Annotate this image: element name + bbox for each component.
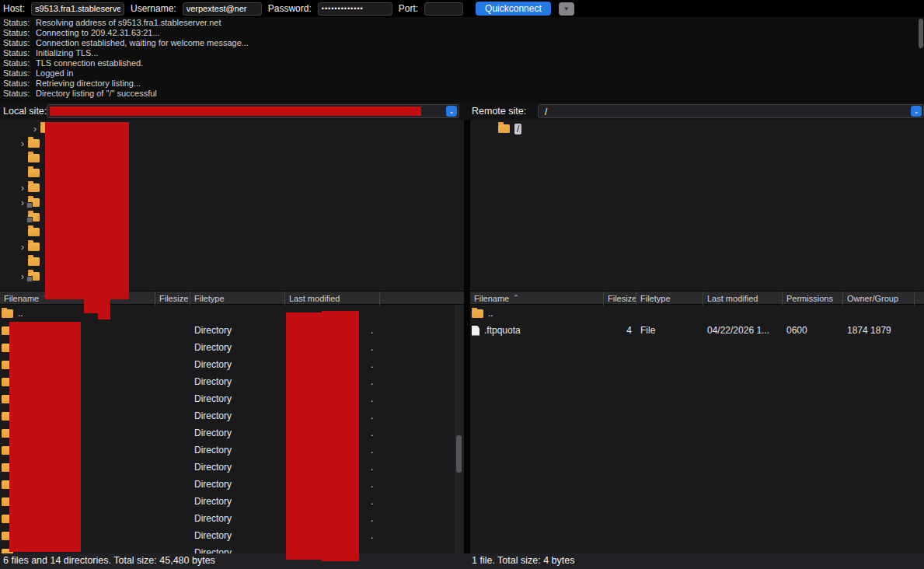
log-entry-text: Resolving address of s9513.fra1.stablese…	[32, 18, 221, 28]
tree-item-label: /	[514, 124, 521, 134]
filetype-cell: Directory	[190, 325, 285, 336]
host-input[interactable]	[31, 2, 124, 16]
column-header[interactable]: Filesize	[604, 291, 636, 305]
owner-group-cell: 1874 1879	[843, 325, 915, 336]
pane-divider[interactable]	[464, 120, 470, 553]
folder-icon	[28, 213, 40, 222]
column-header-label: Filesize	[159, 294, 188, 303]
log-scrollbar-thumb[interactable]	[919, 19, 923, 48]
permissions-cell: 0600	[783, 325, 843, 336]
column-header[interactable]: Filename⌃	[470, 291, 604, 305]
log-entry-type: Status:	[0, 68, 32, 79]
folder-icon	[472, 309, 483, 318]
log-entry: Status:Directory listing of "/" successf…	[0, 89, 924, 99]
folder-icon	[28, 139, 40, 148]
tree-item[interactable]: /	[470, 121, 924, 136]
folder-icon	[28, 228, 40, 236]
log-entry: Status:Logged in	[0, 68, 924, 79]
remote-site-combobox[interactable]: / ⌄	[538, 104, 924, 118]
expand-chevron-icon[interactable]: ›	[17, 243, 28, 252]
quickconnect-dropdown-icon[interactable]: ▾	[559, 2, 574, 16]
log-entry: Status:Resolving address of s9513.fra1.s…	[0, 18, 924, 28]
log-entry: Status:TLS connection established.	[0, 58, 924, 68]
column-header[interactable]: Filetype	[190, 291, 285, 305]
local-site-combobox[interactable]: ⌄	[47, 104, 459, 118]
column-header[interactable]: Last modified	[703, 291, 783, 305]
status-bar: 6 files and 14 directories. Total size: …	[0, 553, 924, 569]
column-header-label: Permissions	[786, 294, 833, 303]
column-header-label: Owner/Group	[847, 294, 898, 303]
column-header-label: Filesize	[608, 294, 636, 303]
folder-icon	[28, 272, 40, 281]
message-log: Status:Resolving address of s9513.fra1.s…	[0, 17, 924, 103]
column-header[interactable]: Permissions	[783, 291, 843, 305]
filetype-cell: Directory	[190, 496, 285, 507]
folder-icon	[28, 183, 40, 192]
filesize-cell: 4	[604, 325, 636, 336]
redaction-block	[84, 299, 110, 313]
chevron-down-icon[interactable]: ⌄	[911, 106, 922, 117]
site-bar: Local site: ⌄ Remote site: / ⌄	[0, 103, 924, 120]
filetype-cell: Directory	[190, 410, 285, 421]
filezilla-window: Host: Username: Password: Port: Quickcon…	[0, 0, 924, 569]
filename-label: ..	[488, 308, 493, 319]
column-header[interactable]: Filesize	[155, 291, 190, 305]
column-header-label: Filename	[4, 294, 39, 303]
column-header[interactable]: Owner/Group	[843, 291, 915, 305]
remote-site-value: /	[545, 106, 547, 117]
username-input[interactable]	[183, 2, 262, 16]
folder-icon	[28, 154, 40, 162]
folder-icon	[28, 243, 40, 251]
password-input[interactable]	[318, 2, 392, 16]
filename-label: ..	[18, 308, 23, 319]
column-header[interactable]: Last modified	[285, 291, 380, 305]
remote-status-text: 1 file. Total size: 4 bytes	[472, 555, 574, 566]
port-input[interactable]	[424, 2, 463, 16]
log-entry-type: Status:	[0, 18, 32, 28]
folder-icon	[28, 198, 40, 207]
column-header-filler	[915, 291, 924, 305]
log-entry: Status:Connecting to 209.42.31.63:21...	[0, 28, 924, 38]
local-list-scrollbar[interactable]	[455, 305, 464, 553]
host-label: Host:	[3, 3, 25, 14]
folder-icon	[498, 124, 510, 133]
file-row[interactable]: ..	[470, 305, 924, 322]
remote-file-list: ...ftpquota4File04/22/2026 1...06001874 …	[470, 305, 924, 553]
expand-chevron-icon[interactable]: ›	[17, 139, 28, 148]
filetype-cell: Directory	[190, 445, 285, 456]
port-label: Port:	[399, 3, 418, 14]
remote-list-header: Filename⌃FilesizeFiletypeLast modifiedPe…	[470, 291, 924, 305]
column-header[interactable]: Filetype	[636, 291, 703, 305]
folder-icon	[28, 169, 40, 177]
sort-ascending-icon: ⌃	[513, 294, 519, 302]
log-entry-text: Logged in	[32, 68, 73, 79]
log-entry-type: Status:	[0, 79, 32, 89]
scrollbar-thumb[interactable]	[456, 435, 462, 473]
filetype-cell: Directory	[190, 359, 285, 370]
column-header-label: Last modified	[289, 294, 340, 303]
file-row[interactable]: .ftpquota4File04/22/2026 1...06001874 18…	[470, 322, 924, 339]
local-status-text: 6 files and 14 directories. Total size: …	[3, 555, 215, 566]
last-modified-cell: 04/22/2026 1...	[703, 325, 783, 336]
filetype-cell: Directory	[190, 479, 285, 490]
filename-label: .ftpquota	[484, 325, 521, 336]
file-row[interactable]: ..	[0, 305, 464, 322]
username-label: Username:	[131, 3, 176, 14]
local-site-label: Local site:	[3, 106, 47, 117]
redaction-block	[50, 106, 421, 116]
expand-chevron-icon[interactable]: ›	[30, 124, 40, 134]
file-icon	[472, 326, 479, 336]
redaction-block	[322, 311, 359, 561]
log-entry-text: Connection established, waiting for welc…	[32, 38, 249, 48]
filetype-cell: Directory	[190, 393, 285, 404]
column-header-label: Filetype	[640, 294, 671, 303]
filetype-cell: Directory	[190, 428, 285, 438]
filetype-cell: Directory	[190, 376, 285, 387]
chevron-down-icon[interactable]: ⌄	[446, 106, 457, 117]
log-entry-text: TLS connection established.	[32, 58, 143, 68]
log-entry-type: Status:	[0, 58, 32, 68]
expand-chevron-icon[interactable]: ›	[17, 183, 28, 193]
quickconnect-button[interactable]: Quickconnect	[476, 2, 551, 16]
remote-directory-tree: /	[470, 120, 924, 291]
filetype-cell: Directory	[190, 462, 285, 473]
